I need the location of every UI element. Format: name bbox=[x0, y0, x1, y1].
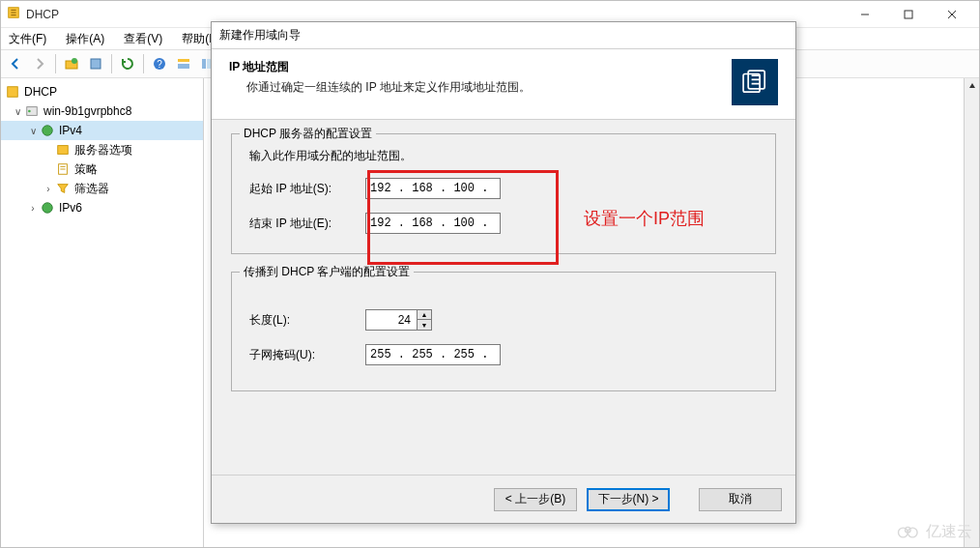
svg-rect-8 bbox=[178, 64, 189, 69]
dialog-footer: < 上一步(B) 下一步(N) > 取消 bbox=[212, 475, 795, 523]
server-settings-group: DHCP 服务器的配置设置 输入此作用域分配的地址范围。 起始 IP 地址(S)… bbox=[231, 133, 776, 254]
tree-filters[interactable]: › 筛选器 bbox=[1, 179, 203, 198]
tree-server-options[interactable]: 服务器选项 bbox=[1, 140, 203, 159]
spin-down-icon[interactable]: ▼ bbox=[418, 320, 431, 330]
menu-view[interactable]: 查看(V) bbox=[120, 29, 166, 49]
watermark: 亿速云 bbox=[895, 522, 972, 542]
back-button[interactable]: < 上一步(B) bbox=[494, 488, 577, 511]
view-button[interactable] bbox=[173, 53, 194, 74]
scroll-up-arrow[interactable] bbox=[966, 80, 978, 92]
tree-panel: DHCP ∨ win-9b1gvrpbhc8 ∨ IPv4 服务器选项 策略 bbox=[1, 78, 204, 547]
svg-rect-4 bbox=[91, 59, 101, 69]
tree-collapse-icon[interactable]: ∨ bbox=[11, 106, 24, 117]
new-folder-button[interactable] bbox=[61, 53, 82, 74]
forward-button[interactable] bbox=[29, 53, 50, 74]
tree-label: IPv6 bbox=[59, 201, 82, 215]
dialog-header: IP 地址范围 你通过确定一组连续的 IP 地址来定义作用域地址范围。 bbox=[212, 49, 795, 120]
tree-label: 服务器选项 bbox=[74, 142, 132, 159]
dialog-header-desc: 你通过确定一组连续的 IP 地址来定义作用域地址范围。 bbox=[229, 79, 732, 96]
cancel-button[interactable]: 取消 bbox=[699, 488, 782, 511]
group-legend: DHCP 服务器的配置设置 bbox=[240, 126, 376, 142]
group-legend: 传播到 DHCP 客户端的配置设置 bbox=[240, 264, 414, 280]
toolbar-separator bbox=[55, 54, 56, 73]
app-icon bbox=[7, 6, 20, 22]
svg-rect-9 bbox=[202, 59, 206, 69]
tree-collapse-icon[interactable]: ∨ bbox=[26, 126, 40, 136]
svg-rect-7 bbox=[178, 59, 189, 62]
policy-icon bbox=[55, 161, 71, 177]
dialog-body: DHCP 服务器的配置设置 输入此作用域分配的地址范围。 起始 IP 地址(S)… bbox=[212, 120, 795, 422]
window-title: DHCP bbox=[26, 8, 843, 21]
tree-label: IPv4 bbox=[59, 124, 82, 137]
start-ip-label: 起始 IP 地址(S): bbox=[249, 181, 365, 197]
properties-button[interactable] bbox=[85, 53, 106, 74]
toolbar-separator bbox=[143, 54, 144, 73]
tree-label: win-9b1gvrpbhc8 bbox=[43, 104, 131, 118]
tree-label: 策略 bbox=[74, 161, 98, 178]
start-ip-input[interactable] bbox=[365, 178, 501, 199]
tree-server[interactable]: ∨ win-9b1gvrpbhc8 bbox=[1, 101, 203, 121]
length-label: 长度(L): bbox=[249, 312, 365, 329]
tree-policies[interactable]: 策略 bbox=[1, 159, 203, 179]
help-button[interactable]: ? bbox=[149, 53, 170, 74]
refresh-button[interactable] bbox=[117, 53, 138, 74]
annotation-text: 设置一个IP范围 bbox=[584, 207, 705, 230]
dialog-header-title: IP 地址范围 bbox=[229, 59, 732, 75]
tree-expand-icon[interactable]: › bbox=[26, 203, 40, 214]
watermark-text: 亿速云 bbox=[926, 522, 972, 542]
svg-rect-11 bbox=[8, 87, 18, 98]
dialog-title: 新建作用域向导 bbox=[212, 22, 795, 49]
length-spinner[interactable]: ▲ ▼ bbox=[418, 309, 432, 331]
svg-rect-1 bbox=[905, 11, 912, 18]
client-settings-group: 传播到 DHCP 客户端的配置设置 长度(L): ▲ ▼ 子网掩码(U): bbox=[231, 272, 776, 391]
scroll-gutter bbox=[964, 78, 979, 547]
ipv4-icon bbox=[40, 123, 55, 138]
tree-expand-icon[interactable]: › bbox=[42, 184, 55, 194]
next-button[interactable]: 下一步(N) > bbox=[587, 488, 670, 511]
dhcp-icon bbox=[5, 84, 20, 100]
tree-label: DHCP bbox=[24, 85, 57, 99]
server-icon bbox=[24, 103, 40, 119]
tree-ipv6[interactable]: › IPv6 bbox=[1, 198, 203, 217]
spin-up-icon[interactable]: ▲ bbox=[418, 310, 431, 320]
options-icon bbox=[55, 142, 71, 158]
toolbar-separator bbox=[111, 54, 112, 73]
svg-point-13 bbox=[28, 110, 31, 113]
close-button[interactable] bbox=[930, 1, 973, 28]
tree-ipv4[interactable]: ∨ IPv4 bbox=[1, 121, 203, 140]
wizard-icon bbox=[732, 59, 778, 105]
mask-label: 子网掩码(U): bbox=[249, 347, 365, 363]
end-ip-input[interactable] bbox=[365, 213, 501, 234]
maximize-button[interactable] bbox=[886, 1, 930, 28]
menu-file[interactable]: 文件(F) bbox=[5, 29, 50, 49]
minimize-button[interactable] bbox=[843, 1, 886, 28]
svg-text:?: ? bbox=[157, 59, 162, 70]
svg-point-17 bbox=[43, 203, 53, 214]
svg-rect-15 bbox=[58, 146, 69, 155]
new-scope-wizard-dialog: 新建作用域向导 IP 地址范围 你通过确定一组连续的 IP 地址来定义作用域地址… bbox=[211, 21, 796, 524]
range-hint: 输入此作用域分配的地址范围。 bbox=[249, 148, 758, 164]
svg-point-14 bbox=[43, 126, 53, 136]
ipv6-icon bbox=[40, 200, 55, 216]
tree-label: 筛选器 bbox=[74, 181, 109, 197]
length-input[interactable] bbox=[365, 309, 418, 331]
menu-action[interactable]: 操作(A) bbox=[62, 29, 108, 49]
end-ip-label: 结束 IP 地址(E): bbox=[249, 216, 365, 232]
svg-point-3 bbox=[72, 58, 77, 64]
mask-input[interactable] bbox=[365, 344, 501, 365]
back-button[interactable] bbox=[5, 53, 26, 74]
filter-icon bbox=[55, 181, 71, 196]
tree-root-dhcp[interactable]: DHCP bbox=[1, 82, 203, 101]
